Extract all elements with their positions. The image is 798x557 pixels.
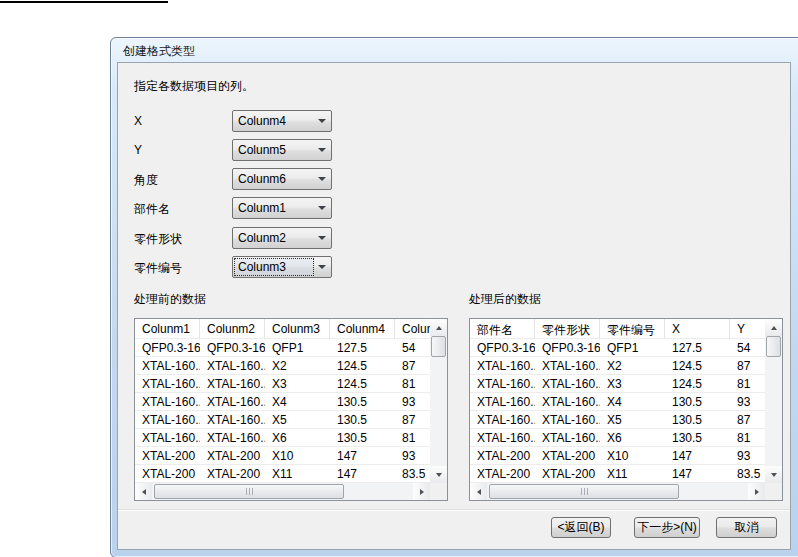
vertical-scroll-thumb[interactable] — [766, 336, 781, 357]
column-header[interactable]: Colunm3 — [265, 319, 330, 339]
table-cell: XTAL-200 — [200, 447, 265, 465]
horizontal-scrollbar[interactable] — [470, 483, 765, 500]
table-cell: 130.5 — [330, 393, 395, 411]
column-header[interactable]: Colunm1 — [135, 319, 200, 339]
table-row: XTAL-160...XTAL-160...X4130.593 — [135, 393, 430, 411]
scroll-down-icon[interactable] — [430, 466, 447, 483]
x-column-dropdown[interactable]: Colunm4 — [232, 110, 332, 132]
scroll-left-icon[interactable] — [135, 483, 152, 500]
dropdown-arrow-icon[interactable] — [314, 112, 330, 130]
table-row: XTAL-160...XTAL-160...X5130.587 — [470, 411, 765, 429]
column-header[interactable]: 零件形状 — [535, 319, 600, 339]
table-cell: XTAL-160... — [535, 393, 600, 411]
dropdown-arrow-icon[interactable] — [314, 170, 330, 188]
create-format-type-dialog: 创建格式类型 指定各数据项目的列。 X Colunm4 Y Colunm5 角度… — [110, 37, 798, 557]
dropdown-arrow-icon[interactable] — [314, 229, 330, 247]
angle-column-dropdown[interactable]: Colunm6 — [232, 168, 332, 190]
dialog-title: 创建格式类型 — [123, 43, 195, 60]
y-column-dropdown[interactable]: Colunm5 — [232, 139, 332, 161]
table-cell: XTAL-200 — [135, 465, 200, 483]
column-header[interactable]: X — [665, 319, 730, 339]
back-button[interactable]: <返回(B) — [551, 517, 611, 538]
table-cell: XTAL-160... — [470, 375, 535, 393]
table-cell: 81 — [730, 375, 765, 393]
column-header[interactable]: Colunm5 — [395, 319, 430, 339]
table-row: XTAL-160...XTAL-160...X4130.593 — [470, 393, 765, 411]
grid-body: QFP0.3-168QFP0.3-168QFP1127.554XTAL-160.… — [470, 339, 765, 483]
part-shape-column-value: Colunm2 — [235, 230, 313, 246]
scroll-left-icon[interactable] — [470, 483, 487, 500]
table-row: XTAL-160...XTAL-160...X6130.581 — [135, 429, 430, 447]
table-row: XTAL-160...XTAL-160...X6130.581 — [470, 429, 765, 447]
table-row: XTAL-160...XTAL-160...X2124.587 — [135, 357, 430, 375]
part-name-column-dropdown[interactable]: Colunm1 — [232, 197, 332, 219]
table-cell: X4 — [265, 393, 330, 411]
dialog-titlebar[interactable]: 创建格式类型 — [111, 38, 798, 62]
table-cell: QFP0.3-168 — [535, 339, 600, 357]
part-shape-column-dropdown[interactable]: Colunm2 — [232, 227, 332, 249]
table-cell: 54 — [395, 339, 430, 357]
scroll-right-icon[interactable] — [413, 483, 430, 500]
vertical-scrollbar[interactable] — [430, 319, 447, 483]
table-cell: 124.5 — [330, 375, 395, 393]
table-cell: QFP0.3-168 — [470, 339, 535, 357]
form-row-part-number: 零件编号 Colunm3 — [134, 256, 354, 278]
table-cell: X11 — [600, 465, 665, 483]
part-name-label: 部件名 — [134, 201, 170, 218]
column-header[interactable]: 零件编号 — [600, 319, 665, 339]
vertical-scrollbar[interactable] — [765, 319, 782, 483]
table-cell: XTAL-160... — [200, 357, 265, 375]
y-label: Y — [134, 143, 142, 157]
table-cell: 81 — [395, 429, 430, 447]
table-cell: XTAL-200 — [470, 447, 535, 465]
before-data-label: 处理前的数据 — [134, 291, 206, 308]
cancel-button[interactable]: 取消 — [716, 517, 777, 538]
dropdown-arrow-icon[interactable] — [314, 258, 330, 276]
table-cell: 93 — [730, 447, 765, 465]
next-button[interactable]: 下一步>(N) — [634, 517, 700, 538]
table-cell: 130.5 — [330, 411, 395, 429]
scroll-up-icon[interactable] — [430, 319, 447, 336]
scrollbar-corner — [765, 483, 782, 500]
horizontal-scroll-thumb[interactable] — [154, 484, 344, 499]
table-cell: 81 — [395, 375, 430, 393]
table-cell: XTAL-160... — [200, 375, 265, 393]
x-column-value: Colunm4 — [235, 113, 313, 129]
x-label: X — [134, 114, 142, 128]
table-cell: XTAL-200 — [470, 465, 535, 483]
column-header[interactable]: Colunm4 — [330, 319, 395, 339]
horizontal-scroll-thumb[interactable] — [489, 484, 679, 499]
table-cell: X4 — [600, 393, 665, 411]
scroll-down-icon[interactable] — [765, 466, 782, 483]
table-cell: XTAL-160... — [470, 357, 535, 375]
table-cell: 124.5 — [665, 357, 730, 375]
table-cell: XTAL-160... — [135, 357, 200, 375]
grid-header-row: Colunm1Colunm2Colunm3Colunm4Colunm5 — [135, 319, 430, 339]
column-header[interactable]: Colunm2 — [200, 319, 265, 339]
grid-header-row: 部件名零件形状零件编号XY — [470, 319, 765, 339]
column-header[interactable]: Y — [730, 319, 765, 339]
dropdown-arrow-icon[interactable] — [314, 141, 330, 159]
table-cell: 127.5 — [330, 339, 395, 357]
table-cell: XTAL-160... — [200, 411, 265, 429]
table-cell: QFP0.3-168 — [200, 339, 265, 357]
part-number-column-dropdown[interactable]: Colunm3 — [232, 256, 332, 278]
table-cell: 93 — [395, 447, 430, 465]
before-data-grid: Colunm1Colunm2Colunm3Colunm4Colunm5 QFP0… — [134, 318, 448, 501]
table-cell: XTAL-160... — [200, 429, 265, 447]
scrollbar-corner — [430, 483, 447, 500]
dropdown-arrow-icon[interactable] — [314, 199, 330, 217]
table-cell: XTAL-160... — [535, 411, 600, 429]
horizontal-scrollbar[interactable] — [135, 483, 430, 500]
y-column-value: Colunm5 — [235, 142, 313, 158]
table-cell: XTAL-200 — [135, 447, 200, 465]
table-cell: X11 — [265, 465, 330, 483]
column-header[interactable]: 部件名 — [470, 319, 535, 339]
table-cell: 87 — [395, 357, 430, 375]
form-row-y: Y Colunm5 — [134, 139, 354, 161]
scroll-right-icon[interactable] — [748, 483, 765, 500]
table-row: XTAL-160...XTAL-160...X5130.587 — [135, 411, 430, 429]
table-cell: 147 — [665, 447, 730, 465]
vertical-scroll-thumb[interactable] — [431, 336, 446, 357]
scroll-up-icon[interactable] — [765, 319, 782, 336]
